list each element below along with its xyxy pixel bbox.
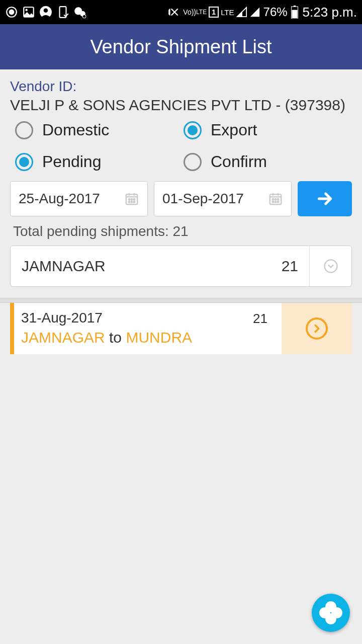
svg-rect-11 <box>293 6 295 7</box>
radio-domestic[interactable]: Domestic <box>15 121 178 139</box>
lte-label: LTE <box>221 9 234 16</box>
radio-icon <box>184 121 202 139</box>
vendor-name: VELJI P & SONS AGENCIES PVT LTD - (39739… <box>10 97 352 114</box>
svg-point-5 <box>44 8 48 13</box>
calendar-icon <box>268 191 283 206</box>
battery-icon <box>291 6 299 19</box>
date-to-input[interactable]: 01-Sep-2017 <box>154 181 292 216</box>
date-from-value: 25-Aug-2017 <box>19 191 100 207</box>
search-button[interactable] <box>298 181 352 216</box>
svg-rect-12 <box>292 10 297 18</box>
route-to-word: to <box>105 329 126 346</box>
vibrate-icon <box>166 6 181 19</box>
svg-point-16 <box>134 199 135 200</box>
svg-point-24 <box>273 201 274 203</box>
svg-point-22 <box>275 199 277 200</box>
radio-pending[interactable]: Pending <box>15 152 178 171</box>
volte-icon: Vo))LTE <box>183 9 207 15</box>
sim-icon: 1 <box>209 7 219 18</box>
svg-point-1 <box>10 10 14 15</box>
radio-icon <box>184 153 202 171</box>
location-dropdown[interactable]: JAMNAGAR 21 <box>10 246 352 287</box>
shipment-detail-button[interactable] <box>282 303 352 354</box>
status-icons-left <box>5 6 86 19</box>
battery-pct: 76% <box>263 5 288 19</box>
route-to: MUNDRA <box>126 329 192 346</box>
floating-action-button[interactable] <box>312 594 350 632</box>
arrow-right-icon <box>315 189 335 209</box>
svg-point-26 <box>278 201 279 203</box>
app-header: Vendor Shipment List <box>0 24 362 69</box>
svg-point-23 <box>278 199 279 200</box>
svg-point-17 <box>129 201 130 203</box>
device-icon <box>56 6 69 19</box>
radio-confirm[interactable]: Confirm <box>184 152 347 171</box>
signal-2-icon <box>249 7 260 18</box>
svg-point-9 <box>82 15 86 18</box>
radio-label: Domestic <box>42 121 109 139</box>
radio-label: Confirm <box>211 152 267 171</box>
radio-export[interactable]: Export <box>184 121 347 139</box>
svg-point-3 <box>26 9 28 11</box>
shipment-list-item[interactable]: 31-Aug-2017 JAMNAGAR to MUNDRA 21 <box>10 303 352 354</box>
svg-point-14 <box>129 199 130 200</box>
location-name: JAMNAGAR <box>22 258 106 275</box>
calendar-icon <box>124 191 139 206</box>
filter-radios: Domestic Export Pending Confirm <box>15 121 347 171</box>
location-count: 21 <box>282 258 298 275</box>
status-bar: Vo))LTE 1 LTE 76% 5:23 p.m. <box>0 0 362 24</box>
total-pending-label: Total pending shipments: 21 <box>13 223 352 239</box>
date-from-input[interactable]: 25-Aug-2017 <box>10 181 148 216</box>
svg-point-19 <box>134 201 135 203</box>
radio-label: Pending <box>42 152 101 171</box>
image-icon <box>22 6 35 19</box>
page-title: Vendor Shipment List <box>90 36 272 58</box>
shipment-date: 31-Aug-2017 <box>21 310 192 326</box>
section-divider <box>0 298 362 303</box>
clover-icon <box>318 600 343 625</box>
signal-1-icon <box>236 7 247 18</box>
shipment-count: 21 <box>253 310 267 346</box>
route-from: JAMNAGAR <box>21 329 105 346</box>
chevron-right-circle-icon <box>306 317 328 340</box>
svg-point-27 <box>324 260 337 273</box>
vendor-id-label: Vendor ID: <box>10 78 352 95</box>
svg-point-18 <box>131 201 133 203</box>
status-icons-right: Vo))LTE 1 LTE 76% 5:23 p.m. <box>166 5 357 20</box>
user-icon <box>39 6 52 19</box>
svg-point-25 <box>275 201 277 203</box>
clock-time: 5:23 p.m. <box>303 5 357 20</box>
accent-bar <box>10 303 14 354</box>
svg-point-21 <box>273 199 274 200</box>
chevron-down-icon <box>309 246 351 286</box>
shipment-route: JAMNAGAR to MUNDRA <box>21 329 192 346</box>
date-to-value: 01-Sep-2017 <box>162 191 244 207</box>
svg-point-15 <box>131 199 133 200</box>
radio-label: Export <box>211 121 257 139</box>
radio-icon <box>15 153 33 171</box>
circle-icon <box>5 6 18 19</box>
chat-icon <box>73 6 86 19</box>
radio-icon <box>15 121 33 139</box>
